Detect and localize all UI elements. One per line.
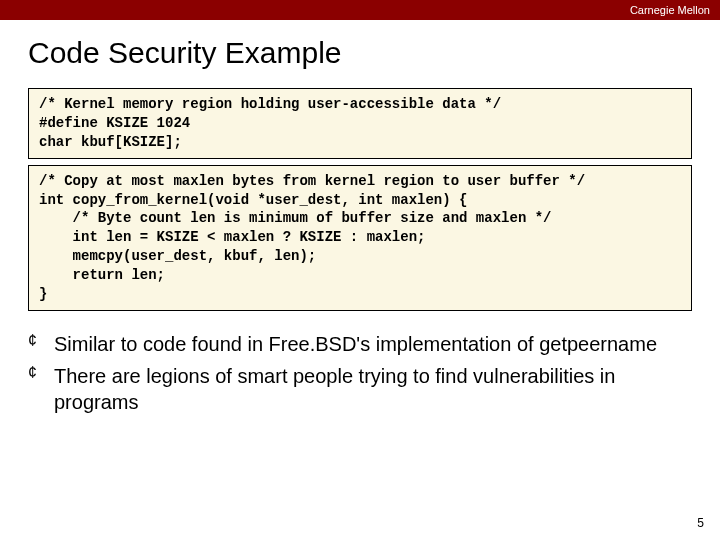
code-block-1: /* Kernel memory region holding user-acc… xyxy=(28,88,692,159)
bullet-item-1: ¢ Similar to code found in Free.BSD's im… xyxy=(54,331,692,357)
bullet-text: There are legions of smart people trying… xyxy=(54,365,615,413)
slide-title: Code Security Example xyxy=(0,20,720,82)
slide: Carnegie Mellon Code Security Example /*… xyxy=(0,0,720,540)
bullet-marker-icon: ¢ xyxy=(28,365,37,381)
bullet-text: Similar to code found in Free.BSD's impl… xyxy=(54,333,657,355)
institution-label: Carnegie Mellon xyxy=(630,4,710,16)
page-number: 5 xyxy=(697,516,704,530)
bullet-list: ¢ Similar to code found in Free.BSD's im… xyxy=(0,317,720,415)
top-bar: Carnegie Mellon xyxy=(0,0,720,20)
code-block-2: /* Copy at most maxlen bytes from kernel… xyxy=(28,165,692,311)
bullet-marker-icon: ¢ xyxy=(28,333,37,349)
bullet-item-2: ¢ There are legions of smart people tryi… xyxy=(54,363,692,415)
